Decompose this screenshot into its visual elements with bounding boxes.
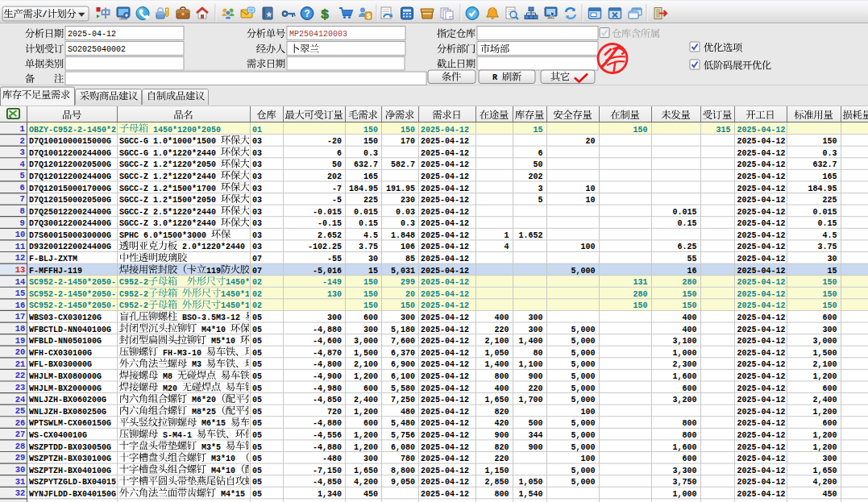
svg-text:5,000: 5,000	[571, 477, 596, 487]
svg-text:2,100: 2,100	[485, 336, 509, 346]
svg-text:1,000: 1,000	[672, 347, 696, 358]
svg-text:M3*5: M3*5	[201, 442, 221, 452]
svg-text:2.652: 2.652	[318, 230, 342, 240]
svg-text:184.95: 184.95	[349, 183, 378, 193]
svg-text:32: 32	[15, 488, 26, 498]
svg-text:C952-2: C952-2	[119, 288, 148, 299]
svg-text:07: 07	[252, 254, 262, 264]
svg-text:6: 6	[19, 183, 24, 193]
svg-text:2025-04-12: 2025-04-12	[421, 454, 469, 464]
svg-text:150: 150	[823, 277, 837, 288]
svg-text:2025-04-12: 2025-04-12	[737, 124, 786, 135]
svg-text:0.3: 0.3	[823, 147, 837, 158]
svg-text:05: 05	[252, 477, 262, 487]
svg-text:4,200: 4,200	[354, 477, 378, 487]
svg-text:30: 30	[15, 465, 26, 475]
svg-text:2025-04-12: 2025-04-12	[737, 336, 786, 346]
svg-text:300: 300	[529, 324, 543, 334]
svg-text:800: 800	[683, 418, 697, 429]
svg-text:05: 05	[252, 383, 262, 393]
svg-text:6.25: 6.25	[678, 242, 697, 252]
svg-text:300: 300	[363, 324, 378, 334]
svg-text:3,200: 3,200	[672, 395, 696, 405]
svg-text:150: 150	[363, 124, 378, 135]
svg-text:1,500: 1,500	[813, 347, 837, 358]
svg-text:-4,800: -4,800	[313, 359, 342, 370]
svg-text:WSZPTZH-BX040100G: WSZPTZH-BX040100G	[29, 465, 111, 475]
svg-text:SC952-2-1450*2050-1: SC952-2-1450*2050-1	[29, 288, 121, 299]
svg-text:?: ?	[305, 9, 310, 20]
svg-text:3.75: 3.75	[817, 242, 837, 252]
svg-text:2025-04-12: 2025-04-12	[737, 429, 786, 440]
svg-text:300: 300	[363, 454, 378, 464]
svg-text:4.5: 4.5	[363, 230, 378, 240]
svg-text:6,900: 6,900	[391, 359, 415, 370]
svg-text:2025-04-12: 2025-04-12	[421, 124, 469, 135]
svg-text:16: 16	[687, 265, 697, 276]
svg-text:202: 202	[327, 171, 342, 181]
svg-text:03: 03	[252, 136, 262, 147]
svg-text:2025-04-12: 2025-04-12	[421, 347, 469, 358]
svg-text:2025-04-12: 2025-04-12	[421, 242, 469, 252]
svg-text:400: 400	[683, 313, 697, 323]
svg-text:5,480: 5,480	[391, 418, 415, 429]
svg-text:02: 02	[252, 301, 262, 311]
svg-text:2025-04-12: 2025-04-12	[68, 28, 116, 39]
svg-text:01: 01	[252, 124, 262, 135]
svg-text:3: 3	[538, 183, 543, 193]
svg-text:85: 85	[405, 254, 415, 264]
svg-text:2025-04-12: 2025-04-12	[421, 442, 469, 452]
svg-text:2025-04-12: 2025-04-12	[737, 301, 786, 311]
svg-text:600: 600	[823, 313, 837, 323]
svg-text:5,031: 5,031	[391, 265, 415, 276]
svg-text:1.848: 1.848	[391, 230, 415, 240]
svg-text:2025-04-12: 2025-04-12	[421, 371, 469, 381]
svg-text:150: 150	[363, 277, 378, 288]
svg-text:SGCC-Z: SGCC-Z	[119, 183, 148, 193]
svg-text:2025-04-12: 2025-04-12	[737, 206, 786, 217]
svg-text:0.15: 0.15	[678, 218, 697, 229]
svg-text:12: 12	[15, 253, 26, 263]
svg-text:14: 14	[15, 277, 26, 287]
svg-text:D7Q1001000015000G: D7Q1001000015000G	[29, 136, 111, 147]
svg-text:WSZPTDD-BX030050G: WSZPTDD-BX030050G	[29, 442, 111, 452]
svg-text:5,000: 5,000	[571, 395, 596, 405]
svg-text:M3*10: M3*10	[211, 454, 235, 464]
svg-text:D7Q1201500017000G: D7Q1201500017000G	[29, 183, 111, 193]
svg-text:2025-04-12: 2025-04-12	[737, 195, 786, 205]
svg-text:11: 11	[15, 242, 26, 251]
svg-text:2025-04-12: 2025-04-12	[737, 371, 786, 381]
svg-text:220: 220	[495, 454, 509, 464]
svg-text:100: 100	[581, 454, 596, 464]
svg-text:106: 106	[401, 242, 415, 252]
svg-text:23: 23	[15, 383, 26, 392]
svg-text:-4,880: -4,880	[313, 324, 342, 334]
svg-text:400: 400	[495, 313, 509, 323]
svg-text:500: 500	[529, 418, 543, 429]
svg-text:SGCC-Z: SGCC-Z	[119, 195, 148, 205]
svg-text:03: 03	[252, 218, 262, 229]
svg-text:-0.015: -0.015	[313, 206, 342, 217]
svg-text:8: 8	[19, 206, 24, 216]
svg-text:5,000: 5,000	[571, 359, 596, 370]
svg-text:D7Q1001220024400G: D7Q1001220024400G	[29, 147, 111, 158]
svg-text:225: 225	[823, 195, 837, 205]
svg-text:6: 6	[337, 147, 342, 158]
svg-text:05: 05	[252, 347, 262, 358]
svg-text:03: 03	[252, 160, 262, 170]
svg-text:5,000: 5,000	[571, 383, 596, 393]
svg-text:2025-04-12: 2025-04-12	[737, 230, 786, 240]
svg-text:600: 600	[683, 383, 697, 393]
svg-text:820: 820	[495, 442, 509, 452]
svg-text:400: 400	[495, 383, 509, 393]
svg-text:150: 150	[363, 288, 378, 299]
svg-text:5,000: 5,000	[571, 465, 596, 475]
svg-text:SGCC-Z: SGCC-Z	[119, 171, 148, 181]
svg-text:2025-04-12: 2025-04-12	[737, 160, 786, 170]
svg-text:2025-04-12: 2025-04-12	[737, 277, 786, 288]
svg-text:OBZY-C952-2-1450*20: OBZY-C952-2-1450*20	[29, 124, 121, 135]
svg-text:450: 450	[363, 488, 378, 499]
svg-text:-480: -480	[322, 454, 342, 464]
svg-text:05: 05	[252, 418, 262, 429]
svg-text:25: 25	[15, 406, 26, 416]
